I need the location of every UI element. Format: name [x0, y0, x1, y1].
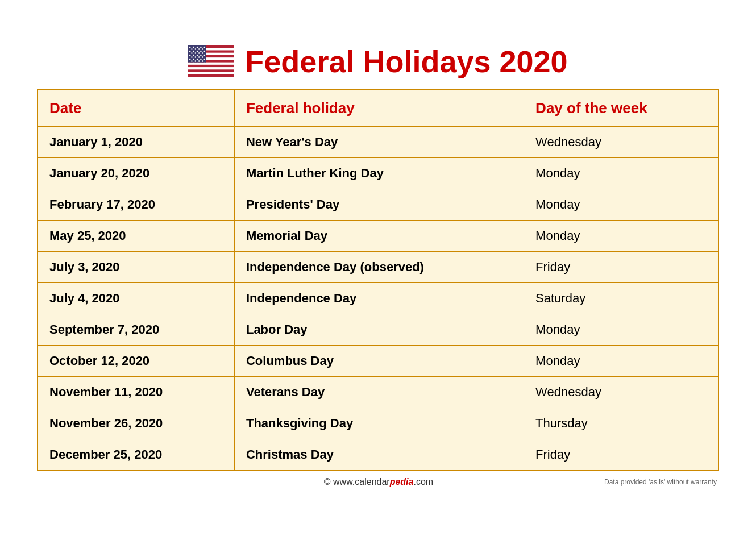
table-row: January 20, 2020Martin Luther King DayMo…	[38, 157, 718, 189]
cell-date: February 17, 2020	[38, 189, 234, 220]
table-row: February 17, 2020Presidents' DayMonday	[38, 189, 718, 220]
svg-point-34	[202, 56, 204, 58]
header: Federal Holidays 2020	[37, 44, 719, 79]
svg-point-28	[197, 55, 198, 56]
svg-point-10	[197, 47, 198, 48]
svg-point-12	[204, 47, 206, 48]
cell-date: July 4, 2020	[38, 282, 234, 314]
us-flag-icon	[188, 45, 234, 77]
cell-date: November 26, 2020	[38, 408, 234, 439]
svg-point-21	[204, 51, 206, 52]
svg-point-18	[193, 51, 195, 52]
svg-point-14	[195, 48, 197, 50]
cell-holiday: New Year's Day	[234, 126, 524, 157]
svg-point-43	[202, 60, 204, 62]
svg-point-22	[191, 52, 193, 54]
svg-point-8	[189, 47, 191, 48]
cell-day: Saturday	[524, 282, 718, 314]
table-row: May 25, 2020Memorial DayMonday	[38, 220, 718, 251]
svg-point-24	[198, 52, 200, 54]
table-row: January 1, 2020New Year's DayWednesday	[38, 126, 718, 157]
svg-point-32	[195, 56, 197, 58]
svg-rect-5	[188, 67, 234, 69]
col-header-date: Date	[38, 90, 234, 127]
cell-day: Monday	[524, 189, 718, 220]
footer-copyright: © www.calendarpedia.com	[153, 477, 604, 487]
cell-holiday: Labor Day	[234, 314, 524, 345]
svg-point-29	[200, 55, 202, 56]
cell-holiday: Martin Luther King Day	[234, 157, 524, 189]
svg-point-42	[198, 60, 200, 62]
cell-day: Friday	[524, 251, 718, 282]
holidays-table: Date Federal holiday Day of the week Jan…	[37, 89, 719, 471]
svg-point-16	[202, 48, 204, 50]
cell-day: Monday	[524, 314, 718, 345]
svg-point-33	[198, 56, 200, 58]
table-row: October 12, 2020Columbus DayMonday	[38, 345, 718, 376]
svg-point-31	[191, 56, 193, 58]
table-row: July 4, 2020Independence DaySaturday	[38, 282, 718, 314]
page-title: Federal Holidays 2020	[245, 44, 567, 79]
svg-point-47	[200, 63, 202, 64]
cell-holiday: Independence Day	[234, 282, 524, 314]
svg-point-36	[193, 59, 195, 60]
cell-holiday: Columbus Day	[234, 345, 524, 376]
svg-point-30	[204, 55, 206, 56]
cell-holiday: Independence Day (observed)	[234, 251, 524, 282]
cell-day: Thursday	[524, 408, 718, 439]
svg-point-25	[202, 52, 204, 54]
table-row: November 11, 2020Veterans DayWednesday	[38, 376, 718, 408]
cell-holiday: Memorial Day	[234, 220, 524, 251]
col-header-holiday: Federal holiday	[234, 90, 524, 127]
svg-rect-6	[188, 72, 234, 74]
col-header-day: Day of the week	[524, 90, 718, 127]
cell-day: Wednesday	[524, 376, 718, 408]
cell-date: November 11, 2020	[38, 376, 234, 408]
cell-day: Monday	[524, 345, 718, 376]
cell-day: Monday	[524, 220, 718, 251]
svg-point-17	[189, 51, 191, 52]
svg-point-40	[191, 60, 193, 62]
svg-point-19	[197, 51, 198, 52]
svg-point-20	[200, 51, 202, 52]
svg-point-35	[189, 59, 191, 60]
cell-holiday: Thanksgiving Day	[234, 408, 524, 439]
svg-point-41	[195, 60, 197, 62]
svg-point-37	[197, 59, 198, 60]
svg-point-9	[193, 47, 195, 48]
cell-date: July 3, 2020	[38, 251, 234, 282]
footer-domain: pedia	[390, 477, 414, 487]
cell-holiday: Christmas Day	[234, 439, 524, 471]
svg-point-45	[193, 63, 195, 64]
cell-holiday: Presidents' Day	[234, 189, 524, 220]
svg-point-11	[200, 47, 202, 48]
svg-point-23	[195, 52, 197, 54]
cell-date: October 12, 2020	[38, 345, 234, 376]
cell-day: Friday	[524, 439, 718, 471]
svg-point-46	[197, 63, 198, 64]
svg-rect-4	[188, 63, 234, 65]
cell-date: January 1, 2020	[38, 126, 234, 157]
cell-day: Monday	[524, 157, 718, 189]
svg-point-13	[191, 48, 193, 50]
cell-date: December 25, 2020	[38, 439, 234, 471]
cell-date: January 20, 2020	[38, 157, 234, 189]
svg-point-38	[200, 59, 202, 60]
table-row: July 3, 2020Independence Day (observed)F…	[38, 251, 718, 282]
footer-disclaimer: Data provided 'as is' without warranty	[604, 478, 717, 486]
cell-date: May 25, 2020	[38, 220, 234, 251]
svg-point-27	[193, 55, 195, 56]
svg-point-44	[189, 63, 191, 64]
footer: © www.calendarpedia.com Data provided 'a…	[37, 477, 719, 487]
cell-holiday: Veterans Day	[234, 376, 524, 408]
cell-date: September 7, 2020	[38, 314, 234, 345]
table-row: September 7, 2020Labor DayMonday	[38, 314, 718, 345]
table-row: December 25, 2020Christmas DayFriday	[38, 439, 718, 471]
table-row: November 26, 2020Thanksgiving DayThursda…	[38, 408, 718, 439]
svg-point-15	[198, 48, 200, 50]
table-header-row: Date Federal holiday Day of the week	[38, 90, 718, 127]
page-wrapper: Federal Holidays 2020 Date Federal holid…	[20, 32, 736, 504]
cell-day: Wednesday	[524, 126, 718, 157]
svg-point-26	[189, 55, 191, 56]
svg-point-48	[204, 63, 206, 64]
